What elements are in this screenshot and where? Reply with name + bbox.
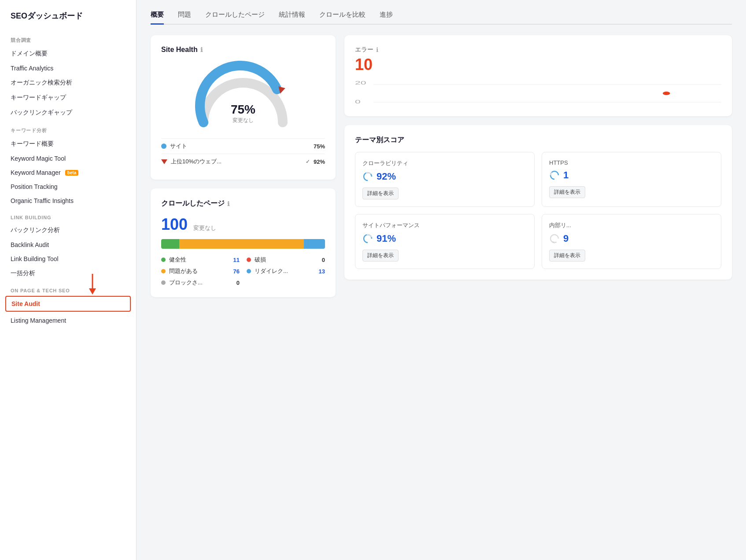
sidebar-item-keyword-overview[interactable]: キーワード概要	[0, 136, 136, 151]
issues-label: 問題がある	[169, 267, 198, 275]
healthy-label: 健全性	[169, 256, 186, 264]
top10-label: 上位10%のウェブ...	[171, 158, 222, 166]
site-performance-detail-button[interactable]: 詳細を表示	[362, 250, 399, 262]
crawlability-percent: 92%	[377, 171, 396, 182]
tab-crawled-pages[interactable]: クロールしたページ	[205, 11, 265, 25]
blocked-dot	[161, 280, 166, 285]
main-content: 概要 問題 クロールしたページ 統計情報 クロールを比較 進捗 Site Hea…	[137, 0, 746, 560]
crawled-pages-info-icon[interactable]: ℹ	[227, 200, 229, 207]
left-column: Site Health ℹ 75% 変更なし	[151, 35, 336, 297]
https-title: HTTPS	[549, 159, 714, 166]
gauge-subtitle: 変更なし	[231, 117, 255, 124]
internal-links-detail-button[interactable]: 詳細を表示	[549, 250, 585, 262]
error-info-icon[interactable]: ℹ	[376, 46, 378, 53]
redirect-label: リダイレク...	[255, 267, 288, 275]
crawl-legend-blocked: ブロックさ... 0	[161, 279, 240, 287]
sidebar: SEOダッシュボード 競合調査 ドメイン概要 Traffic Analytics…	[0, 0, 137, 560]
crawlability-title: クローラビリティ	[362, 159, 527, 167]
site-performance-score-row: 91%	[362, 233, 527, 244]
sidebar-item-keyword-gap[interactable]: キーワードギャップ	[0, 90, 136, 105]
theme-section-title: テーマ別スコア	[355, 136, 721, 145]
crawlability-detail-button[interactable]: 詳細を表示	[362, 188, 399, 199]
error-value: 10	[355, 55, 721, 74]
sidebar-item-position-tracking[interactable]: Position Tracking	[0, 180, 136, 194]
sidebar-item-backlink-gap[interactable]: バックリンクギャップ	[0, 105, 136, 120]
healthy-value: 11	[233, 257, 240, 263]
sidebar-item-backlink-analysis[interactable]: バックリンク分析	[0, 223, 136, 238]
progress-issues	[179, 239, 304, 249]
sidebar-section-competitive: 競合調査	[0, 30, 136, 46]
blocked-value: 0	[236, 280, 240, 286]
sidebar-item-organic-search[interactable]: オーガニック検索分析	[0, 75, 136, 90]
svg-point-15	[550, 235, 558, 243]
tabs-bar: 概要 問題 クロールしたページ 統計情報 クロールを比較 進捗	[151, 11, 732, 25]
blocked-label: ブロックさ...	[169, 279, 203, 287]
https-detail-button[interactable]: 詳細を表示	[549, 186, 585, 198]
sidebar-item-organic-traffic[interactable]: Organic Traffic Insights	[0, 194, 136, 208]
internal-links-circle-icon	[549, 233, 560, 244]
top10-triangle-icon	[161, 159, 167, 164]
top10-value: 92%	[314, 158, 325, 165]
sidebar-section-keyword: キーワード分析	[0, 120, 136, 136]
sidebar-item-listing-management[interactable]: Listing Management	[0, 313, 136, 328]
tab-overview[interactable]: 概要	[151, 11, 164, 25]
theme-card-https: HTTPS 1 詳細を表示	[542, 152, 721, 207]
https-circle-icon	[549, 170, 560, 181]
site-performance-title: サイトパフォーマンス	[362, 221, 527, 229]
tab-compare-crawl[interactable]: クロールを比較	[319, 11, 366, 25]
https-percent: 1	[563, 169, 569, 181]
sidebar-item-keyword-magic[interactable]: Keyword Magic Tool	[0, 151, 136, 166]
sidebar-item-link-building[interactable]: Link Building Tool	[0, 252, 136, 266]
gauge-center-text: 75% 変更なし	[231, 103, 255, 124]
site-label: サイト	[170, 142, 187, 150]
svg-point-7	[663, 92, 670, 95]
crawlability-circle-icon	[362, 171, 373, 182]
crawled-number: 100	[161, 215, 188, 233]
legend-row-site: サイト 75%	[161, 138, 325, 154]
sidebar-section-onpage: ON PAGE & TECH SEO	[0, 281, 136, 296]
sidebar-item-domain-overview[interactable]: ドメイン概要	[0, 46, 136, 61]
cards-row: Site Health ℹ 75% 変更なし	[151, 35, 732, 297]
broken-label: 破損	[255, 256, 266, 264]
gauge-container: 75% 変更なし	[161, 61, 325, 131]
crawl-legend-issues: 問題がある 76	[161, 267, 240, 275]
internal-links-score-row: 9	[549, 233, 714, 244]
sidebar-section-link-building: LINK BUILDING	[0, 208, 136, 223]
crawl-legend: 健全性 11 破損 0 問題がある	[161, 256, 325, 287]
site-health-card: Site Health ℹ 75% 変更なし	[151, 35, 336, 180]
broken-value: 0	[322, 257, 325, 263]
redirect-dot	[247, 269, 251, 273]
site-dot	[161, 144, 166, 149]
sidebar-item-site-audit[interactable]: Site Audit	[5, 296, 131, 312]
crawlability-score-row: 92%	[362, 171, 527, 182]
internal-links-percent: 9	[563, 233, 569, 244]
site-performance-percent: 91%	[377, 233, 396, 244]
theme-card-crawlability: クローラビリティ 92% 詳細を表示	[355, 152, 535, 207]
theme-grid: クローラビリティ 92% 詳細を表示 HTTPS	[355, 152, 721, 269]
crawled-progress-bar	[161, 239, 325, 249]
error-card: エラー ℹ 10 20 0	[344, 35, 732, 116]
site-health-info-icon[interactable]: ℹ	[200, 46, 203, 53]
legend-row-top10: 上位10%のウェブ... ✓ 92%	[161, 154, 325, 169]
tab-progress[interactable]: 進捗	[380, 11, 393, 25]
broken-dot	[247, 258, 251, 262]
progress-healthy	[161, 239, 179, 249]
error-label: エラー ℹ	[355, 46, 721, 54]
sidebar-item-bulk-analysis[interactable]: 一括分析	[0, 266, 136, 281]
healthy-dot	[161, 258, 166, 262]
beta-badge: beta	[65, 170, 79, 176]
sidebar-title: SEOダッシュボード	[0, 11, 136, 30]
sidebar-item-traffic-analytics[interactable]: Traffic Analytics	[0, 61, 136, 75]
issues-dot	[161, 269, 166, 273]
theme-card-internal-links: 内部リ... 9 詳細を表示	[542, 214, 721, 269]
tab-stats[interactable]: 統計情報	[279, 11, 305, 25]
sidebar-item-keyword-manager[interactable]: Keyword Manager beta	[0, 166, 136, 180]
crawl-legend-healthy: 健全性 11	[161, 256, 240, 264]
site-health-title: Site Health ℹ	[161, 46, 325, 54]
crawled-pages-card: クロールしたページ ℹ 100 変更なし	[151, 188, 336, 297]
right-column: エラー ℹ 10 20 0 テーマ別	[344, 35, 732, 297]
svg-marker-1	[89, 288, 96, 295]
sidebar-item-backlink-audit[interactable]: Backlink Audit	[0, 238, 136, 252]
tab-issues[interactable]: 問題	[178, 11, 191, 25]
mini-line-chart: 20 0	[355, 79, 721, 106]
